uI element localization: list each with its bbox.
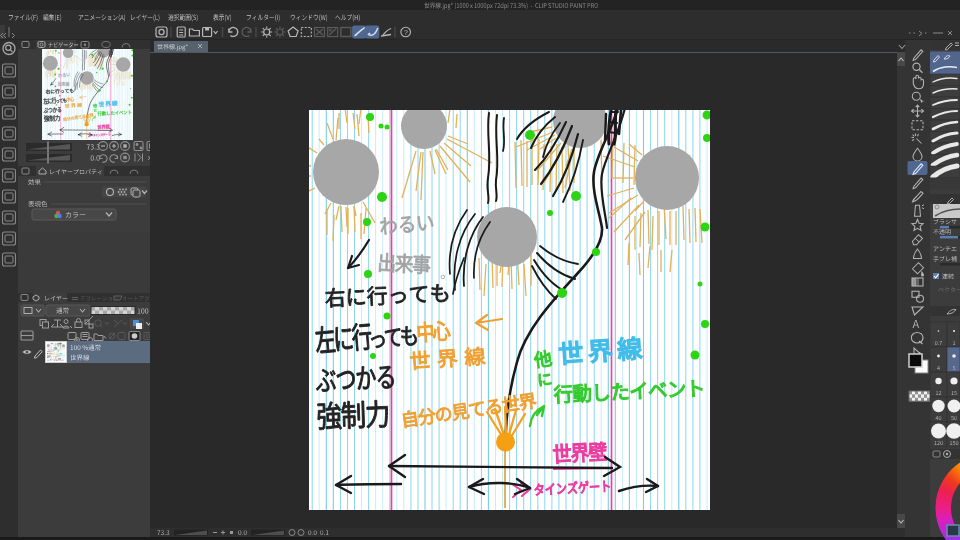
svg-text:?: ? — [404, 28, 408, 37]
